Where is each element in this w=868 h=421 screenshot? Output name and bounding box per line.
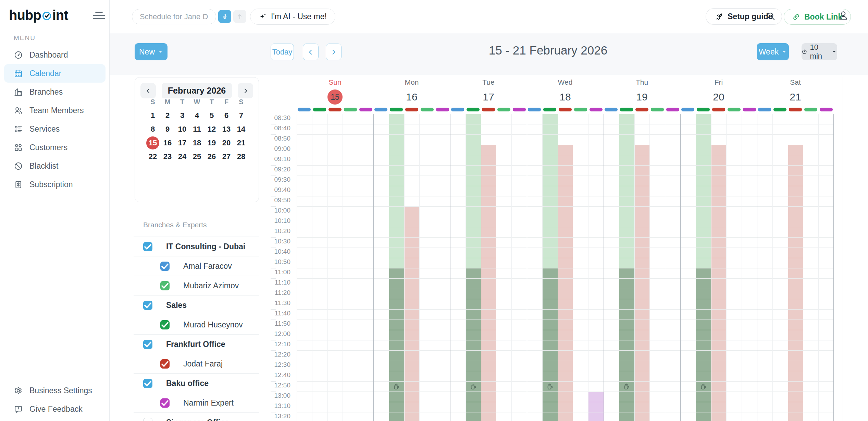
mini-calendar-date[interactable]: 18 — [190, 136, 204, 150]
grid-hline — [297, 196, 834, 196]
expert-pill-narmin-expert — [820, 108, 833, 111]
mic-button[interactable] — [218, 10, 231, 23]
availability-wed-murad-huseynov[interactable] — [543, 114, 558, 268]
today-date-badge[interactable]: 15 — [327, 89, 343, 105]
availability-fri-murad-huseynov[interactable] — [696, 114, 711, 268]
availability-mon-murad-huseynov[interactable] — [389, 268, 404, 421]
availability-fri-murad-huseynov[interactable] — [696, 268, 711, 421]
day-date[interactable]: 18 — [527, 89, 604, 105]
expert-pill-jodat-faraj — [328, 108, 342, 111]
checkbox-amal-faracov[interactable] — [160, 262, 170, 271]
time-label: 10:10 — [263, 217, 290, 224]
mini-calendar-date[interactable]: 3 — [175, 109, 190, 122]
mini-calendar-selected-date[interactable]: 15 — [146, 136, 159, 149]
mini-calendar-date[interactable]: 21 — [234, 136, 249, 150]
mini-calendar-date[interactable]: 27 — [219, 150, 234, 164]
sidebar-item-business-settings[interactable]: Business Settings — [4, 381, 106, 400]
mini-calendar-date[interactable]: 19 — [204, 136, 219, 150]
next-week-button[interactable] — [326, 44, 342, 60]
availability-wed-murad-huseynov[interactable] — [543, 268, 558, 421]
mini-calendar-date[interactable]: 15 — [146, 136, 160, 150]
sidebar-item-branches[interactable]: Branches — [4, 83, 106, 101]
mini-calendar-next-button[interactable] — [238, 83, 253, 98]
week-grid[interactable] — [297, 114, 834, 421]
mini-calendar-date[interactable]: 12 — [204, 122, 219, 136]
checkbox-frankfurt-office[interactable] — [143, 340, 152, 349]
logo-text-before: hubp — [9, 8, 41, 23]
availability-tue-murad-huseynov[interactable] — [466, 114, 481, 268]
hamburger-menu-icon[interactable] — [93, 12, 105, 21]
sidebar-item-services[interactable]: Services — [4, 120, 106, 138]
availability-mon-murad-huseynov[interactable] — [389, 114, 404, 268]
today-button[interactable]: Today — [271, 44, 294, 60]
mini-calendar-month-label[interactable]: February 2026 — [162, 83, 232, 98]
mini-calendar-date[interactable]: 28 — [234, 150, 249, 164]
checkmark-icon — [143, 379, 152, 388]
sidebar-item-customers[interactable]: Customers — [4, 138, 106, 157]
sidebar-item-label: Team Members — [29, 106, 84, 115]
availability-tue-murad-huseynov[interactable] — [466, 268, 481, 421]
availability-thu-murad-huseynov[interactable] — [619, 114, 634, 268]
mini-calendar-date[interactable]: 6 — [219, 109, 234, 122]
mini-calendar-date[interactable]: 24 — [175, 150, 190, 164]
availability-wed-narmin-expert[interactable] — [588, 392, 604, 421]
user-profile-icon[interactable] — [838, 10, 849, 21]
day-date[interactable]: 16 — [373, 89, 450, 105]
mini-calendar-weekday: T — [204, 98, 219, 106]
checkbox-singapore-office[interactable] — [143, 418, 152, 421]
day-date[interactable]: 21 — [757, 89, 834, 105]
day-date[interactable]: 19 — [604, 89, 680, 105]
day-date[interactable]: 20 — [680, 89, 757, 105]
mini-calendar-date[interactable]: 26 — [204, 150, 219, 164]
hubpoint-logo[interactable]: hubp int — [9, 8, 68, 23]
grid-day-boundary — [373, 114, 374, 421]
sidebar-item-team-members[interactable]: Team Members — [4, 101, 106, 120]
expert-pill-narmin-expert — [590, 108, 603, 111]
checkbox-baku-office[interactable] — [143, 379, 152, 388]
mini-calendar-date[interactable]: 4 — [190, 109, 204, 122]
mini-calendar-date[interactable]: 1 — [146, 109, 160, 122]
day-date[interactable]: 17 — [450, 89, 527, 105]
sidebar-item-subscription[interactable]: Subscription — [4, 175, 106, 194]
mini-calendar-date[interactable]: 5 — [204, 109, 219, 122]
mini-calendar-date[interactable]: 9 — [160, 122, 175, 136]
sidebar-item-calendar[interactable]: Calendar — [4, 64, 106, 83]
mini-calendar-date[interactable]: 17 — [175, 136, 190, 150]
checkbox-narmin-expert[interactable] — [160, 398, 170, 408]
sidebar-item-dashboard[interactable]: Dashboard — [4, 46, 106, 64]
ai-schedule-input[interactable] — [132, 9, 216, 24]
mini-calendar-date[interactable]: 22 — [146, 150, 160, 164]
mini-calendar-date[interactable]: 8 — [146, 122, 160, 136]
new-button[interactable]: New — [135, 43, 168, 60]
send-button[interactable] — [233, 10, 246, 23]
sidebar-item-give-feedback[interactable]: Give Feedback — [4, 400, 106, 418]
availability-mon-jodat-faraj[interactable] — [405, 206, 420, 421]
mini-calendar-date[interactable]: 13 — [219, 122, 234, 136]
mini-calendar-date[interactable]: 16 — [160, 136, 175, 150]
availability-thu-murad-huseynov[interactable] — [619, 268, 634, 421]
ai-assistant-button[interactable]: I'm AI - Use me! — [250, 9, 335, 25]
search-icon[interactable] — [766, 11, 776, 21]
sidebar-item-label: Branches — [29, 87, 63, 97]
mini-calendar-date[interactable]: 14 — [234, 122, 249, 136]
mini-calendar-prev-button[interactable] — [140, 83, 156, 98]
view-selector-button[interactable]: Week — [757, 43, 789, 60]
checkbox-mubariz-azimov[interactable] — [160, 281, 170, 290]
previous-week-button[interactable] — [303, 44, 319, 60]
mini-calendar-date[interactable]: 2 — [160, 109, 175, 122]
checkbox-sales[interactable] — [143, 301, 152, 310]
expert-pill-narmin-expert — [513, 108, 526, 111]
interval-selector-button[interactable]: 10 min — [802, 43, 837, 60]
row-label: IT Consulting - Dubai — [166, 242, 245, 251]
sidebar-item-label: Dashboard — [29, 50, 68, 60]
sidebar-item-blacklist[interactable]: Blacklist — [4, 157, 106, 175]
mini-calendar-date[interactable]: 23 — [160, 150, 175, 164]
mini-calendar-date[interactable]: 25 — [190, 150, 204, 164]
checkbox-jodat-faraj[interactable] — [160, 359, 170, 369]
mini-calendar-date[interactable]: 11 — [190, 122, 204, 136]
checkbox-murad-huseynov[interactable] — [160, 320, 170, 329]
mini-calendar-date[interactable]: 10 — [175, 122, 190, 136]
checkbox-it-consulting-dubai[interactable] — [143, 242, 152, 251]
mini-calendar-date[interactable]: 7 — [234, 109, 249, 122]
mini-calendar-date[interactable]: 20 — [219, 136, 234, 150]
